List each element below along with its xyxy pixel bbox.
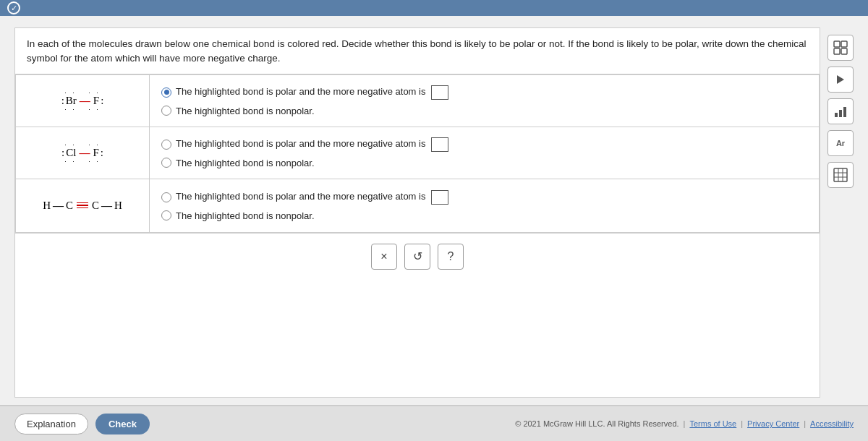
- svg-rect-5: [835, 113, 838, 117]
- option-row-3-polar: The highlighted bond is polar and the mo…: [161, 190, 807, 205]
- options-cell-1: The highlighted bond is polar and the mo…: [150, 74, 820, 127]
- top-check-icon: ✓: [7, 1, 20, 14]
- radio-1-polar[interactable]: [161, 87, 171, 98]
- molecule-cell-2: · · · · : Cl — F : · · · ·: [16, 127, 150, 179]
- h-symbol-left: H: [43, 200, 51, 212]
- check-button[interactable]: Check: [95, 414, 150, 434]
- c-symbol-right: C: [92, 200, 99, 212]
- dots-below-brf: · · · ·: [64, 106, 101, 113]
- bond-black-1: —: [53, 200, 64, 212]
- footer-copyright: © 2021 McGraw Hill LLC. All Rights Reser…: [515, 419, 678, 428]
- svg-marker-4: [837, 75, 844, 84]
- clear-button[interactable]: ×: [371, 244, 397, 270]
- triple-bond-red: [77, 202, 88, 209]
- molecule-cell-1: · · · · : Br — F : · · · ·: [16, 74, 150, 127]
- colon-right-2: :: [101, 147, 103, 159]
- svg-rect-1: [841, 41, 847, 47]
- instructions-text: In each of the molecules drawn below one…: [15, 28, 820, 74]
- options-cell-2: The highlighted bond is polar and the mo…: [150, 127, 820, 179]
- left-panel: In each of the molecules drawn below one…: [14, 27, 820, 398]
- main-content: In each of the molecules drawn below one…: [0, 16, 868, 405]
- colon-left-1: :: [61, 95, 64, 107]
- colon-right-1: :: [101, 95, 103, 107]
- option-row-1-polar: The highlighted bond is polar and the mo…: [161, 85, 807, 100]
- radio-2-nonpolar[interactable]: [161, 158, 171, 168]
- explanation-button[interactable]: Explanation: [14, 414, 88, 434]
- option-2-polar-text: The highlighted bond is polar and the mo…: [176, 137, 448, 152]
- question-table: · · · · : Br — F : · · · ·: [15, 74, 820, 233]
- radio-3-nonpolar[interactable]: [161, 210, 171, 220]
- input-3-polar[interactable]: [431, 190, 448, 205]
- svg-rect-3: [841, 48, 847, 54]
- right-sidebar: Ar: [827, 27, 854, 398]
- option-row-3-nonpolar: The highlighted bond is nonpolar.: [161, 210, 807, 221]
- top-bar: ✓: [0, 0, 868, 16]
- bond-black-2: —: [101, 200, 112, 212]
- option-row-1-nonpolar: The highlighted bond is nonpolar.: [161, 106, 807, 116]
- option-3-polar-text: The highlighted bond is polar and the mo…: [176, 190, 448, 205]
- options-cell-3: The highlighted bond is polar and the mo…: [150, 179, 820, 232]
- radio-3-polar[interactable]: [161, 192, 171, 202]
- play-icon[interactable]: [827, 67, 854, 93]
- bottom-left-buttons: Explanation Check: [14, 414, 150, 434]
- table-row: H — C C — H: [16, 179, 820, 232]
- svg-rect-2: [834, 48, 840, 54]
- molecule-brf: · · · · : Br — F : · · · ·: [27, 89, 137, 113]
- input-1-polar[interactable]: [431, 85, 448, 100]
- option-3-nonpolar-text: The highlighted bond is nonpolar.: [176, 210, 315, 221]
- svg-rect-8: [834, 168, 847, 181]
- radio-1-nonpolar[interactable]: [161, 106, 171, 116]
- h-symbol-right: H: [114, 200, 122, 212]
- chart-icon[interactable]: [827, 98, 854, 124]
- table-row: · · · · : Cl — F : · · · ·: [16, 127, 820, 179]
- option-row-2-nonpolar: The highlighted bond is nonpolar.: [161, 158, 807, 168]
- svg-rect-6: [839, 110, 842, 117]
- molecule-cell-3: H — C C — H: [16, 179, 150, 232]
- footer-accessibility[interactable]: Accessibility: [810, 419, 854, 428]
- ar-icon[interactable]: Ar: [827, 130, 854, 156]
- option-2-nonpolar-text: The highlighted bond is nonpolar.: [176, 158, 315, 168]
- molecule-hcch: H — C C — H: [27, 192, 137, 219]
- footer-terms[interactable]: Terms of Use: [689, 419, 736, 428]
- option-1-polar-text: The highlighted bond is polar and the mo…: [176, 85, 448, 100]
- input-2-polar[interactable]: [431, 137, 448, 152]
- molecule-clf: · · · · : Cl — F : · · · ·: [27, 141, 137, 165]
- svg-rect-0: [834, 41, 840, 47]
- undo-button[interactable]: ↺: [404, 244, 430, 270]
- radio-2-polar[interactable]: [161, 140, 171, 150]
- svg-rect-7: [843, 107, 846, 117]
- grid-icon[interactable]: [827, 162, 854, 188]
- option-row-2-polar: The highlighted bond is polar and the mo…: [161, 137, 807, 152]
- bottom-bar: Explanation Check © 2021 McGraw Hill LLC…: [0, 405, 868, 441]
- option-1-nonpolar-text: The highlighted bond is nonpolar.: [176, 106, 315, 116]
- c-symbol-left: C: [66, 200, 73, 212]
- action-buttons: × ↺ ?: [15, 233, 820, 275]
- dots-below-clf: · · · ·: [64, 158, 101, 165]
- help-button[interactable]: ?: [438, 244, 464, 270]
- footer: © 2021 McGraw Hill LLC. All Rights Reser…: [515, 419, 854, 428]
- footer-privacy[interactable]: Privacy Center: [747, 419, 799, 428]
- periodic-table-icon[interactable]: [827, 35, 854, 61]
- table-row: · · · · : Br — F : · · · ·: [16, 74, 820, 127]
